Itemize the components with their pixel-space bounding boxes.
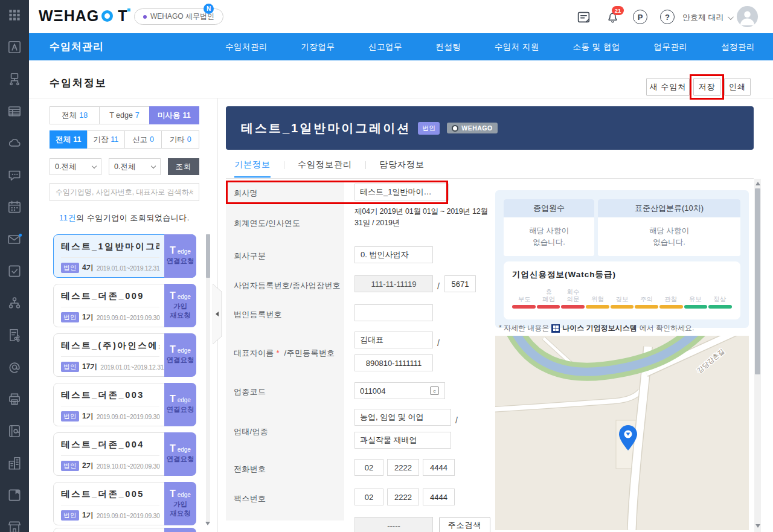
fax-area-input[interactable] — [354, 489, 383, 505]
search-submit-button[interactable]: 조회 — [168, 158, 199, 175]
user-menu[interactable]: 안효제 대리 — [682, 12, 732, 23]
nice-logo-icon — [551, 324, 560, 333]
notifications-bell-icon[interactable]: 21 — [606, 10, 620, 27]
bookmark-card-icon[interactable] — [7, 487, 22, 503]
tedge-status-block[interactable]: T edge연결요청 — [164, 234, 196, 278]
document-share-icon[interactable] — [7, 327, 22, 343]
tab-basic-info[interactable]: 기본정보 — [234, 158, 271, 178]
location-map[interactable]: 강당강촌길 — [495, 336, 749, 530]
tab-report-0[interactable]: 신고0 — [124, 130, 162, 149]
industry-type-input[interactable] — [354, 409, 451, 426]
new-client-button[interactable]: 새 수임처 — [646, 78, 690, 96]
corp-number-label: 법인등록번호 — [234, 309, 282, 320]
address-search-button[interactable]: 주소검색 — [439, 517, 490, 532]
fiscal-dates: 2019.01.01~2019.12.31 — [100, 364, 164, 371]
translate-icon[interactable] — [7, 39, 22, 55]
tedge-status-block[interactable]: T edge가입재요청 — [164, 284, 196, 327]
tedge-status-block[interactable]: T edge연결요청 — [164, 383, 196, 426]
help-icon[interactable]: ? — [660, 10, 675, 24]
fax-last-input[interactable] — [423, 489, 455, 505]
company-name-input[interactable] — [354, 184, 449, 200]
building-icon[interactable] — [7, 455, 22, 471]
cloud-icon[interactable] — [7, 135, 22, 151]
nav-item-consulting[interactable]: 컨설팅 — [435, 42, 461, 53]
tab-all-18[interactable]: 전체18 — [50, 106, 100, 124]
printer-icon[interactable] — [7, 391, 22, 407]
nav-item-settings[interactable]: 설정관리 — [721, 42, 755, 53]
result-count-text: 11건의 수임기업이 조회되었습니다. — [50, 213, 199, 223]
client-card-4[interactable]: 테스트_더존_003 법인1기2019.09.01~2019.09.30 T e… — [53, 383, 196, 426]
nav-item-collaboration[interactable]: 소통 및 협업 — [573, 42, 621, 53]
chat-icon[interactable] — [7, 167, 22, 183]
phone-last-input[interactable] — [423, 459, 455, 476]
new-badge: N — [204, 4, 214, 14]
memo-icon[interactable] — [576, 10, 591, 27]
address-book-icon[interactable] — [7, 423, 22, 439]
ceo-name-input[interactable] — [354, 332, 433, 348]
storefront-icon[interactable] — [7, 519, 22, 532]
signboard-icon[interactable] — [7, 71, 22, 87]
tab-engagement-info[interactable]: 수임정보관리 — [298, 158, 352, 176]
client-card-3[interactable]: 테스트_(주)아인스에스엔 법인17기2019.01.01~2019.12.31… — [53, 333, 196, 377]
at-sign-icon[interactable] — [7, 359, 22, 375]
filter-select-1[interactable]: 0.전체 — [50, 158, 101, 175]
nav-item-work-mgmt[interactable]: 업무관리 — [654, 42, 688, 53]
list-scrollbar-thumb[interactable] — [206, 234, 210, 278]
list-scroll-down-icon[interactable] — [205, 522, 210, 525]
client-card-5[interactable]: 테스트_더존_004 법인2기2019.10.01~2020.09.30 T e… — [53, 432, 196, 476]
nav-item-reporting[interactable]: 신고업무 — [368, 42, 402, 53]
credit-rating-card: 기업신용정보(Watch등급) 부도 휴폐업 회수의문 위험 경보 주의 관찰 … — [504, 261, 740, 319]
fiscal-dates: 2019.01.01~2019.12.31 — [97, 264, 160, 272]
ceo-ssn-input[interactable] — [354, 354, 433, 371]
task-check-icon[interactable] — [7, 263, 22, 279]
phone-mid-input[interactable] — [387, 459, 419, 476]
client-card-6[interactable]: 테스트_더존_005 법인1기2019.09.01~2019.09.30 T e… — [53, 482, 196, 525]
chevron-down-icon — [728, 14, 734, 20]
industry-label: 업태/업종 — [234, 426, 268, 437]
calendar-icon[interactable] — [7, 199, 22, 215]
slash-separator: / — [455, 415, 458, 425]
sub-workplace-input[interactable] — [444, 275, 476, 292]
nav-item-bookkeeping[interactable]: 기장업무 — [301, 42, 335, 53]
wehago-logo[interactable]: WΞHAG T — [39, 7, 127, 25]
fax-mid-input[interactable] — [387, 489, 419, 505]
tab-contact-info[interactable]: 담당자정보 — [379, 158, 425, 176]
p-circle-icon[interactable]: P — [633, 10, 647, 24]
corp-number-input[interactable] — [354, 304, 433, 321]
phone-area-input[interactable] — [354, 459, 383, 476]
print-button[interactable]: 인쇄 — [724, 78, 751, 96]
tab-tedge-7[interactable]: T edge7 — [99, 106, 149, 124]
list-scrollbar[interactable] — [206, 234, 210, 522]
tedge-status-block[interactable]: T edge연결요청 — [164, 432, 196, 476]
service-title: 수임처관리 — [50, 33, 104, 60]
nav-item-client-support[interactable]: 수임처 지원 — [495, 42, 539, 53]
save-button[interactable]: 저장 — [693, 78, 720, 96]
mail-icon[interactable] — [7, 231, 22, 247]
tab-etc-0[interactable]: 기타0 — [161, 130, 199, 149]
client-card-1[interactable]: 테스트_1일반마이그레이 법인4기2019.01.01~2019.12.31 T… — [53, 234, 196, 278]
apps-grid-icon[interactable] — [7, 7, 22, 23]
tedge-status-block[interactable]: T edge가입재요청 — [164, 482, 196, 525]
nav-item-client-mgmt[interactable]: 수임처관리 — [225, 42, 268, 53]
nice-system-link[interactable]: 나이스 기업정보시스템 — [562, 323, 637, 333]
org-hierarchy-icon[interactable] — [7, 295, 22, 311]
company-type-select[interactable]: 0. 법인사업자 — [354, 246, 433, 263]
tab-bookkeeping-11[interactable]: 기장11 — [87, 130, 125, 149]
user-name: 안효제 대리 — [682, 13, 724, 22]
panel-collapse-handle[interactable] — [213, 284, 222, 344]
industry-item-input[interactable] — [354, 432, 451, 449]
client-card-7-partial[interactable] — [53, 528, 196, 532]
avatar[interactable] — [737, 6, 758, 27]
tab-all-11[interactable]: 전체11 — [50, 130, 88, 149]
table-icon[interactable] — [7, 103, 22, 119]
main-scrollbar[interactable] — [754, 179, 761, 532]
client-card-2[interactable]: 테스트_더존_009 법인1기2019.09.01~2019.09.30 T e… — [53, 284, 196, 327]
client-search-input[interactable] — [50, 183, 199, 201]
filter-select-2[interactable]: 0.전체 — [109, 158, 161, 175]
employee-count-body: 해당 사항이없습니다. — [504, 217, 594, 256]
main-scrollbar-thumb[interactable] — [755, 188, 760, 374]
tab-unused-11[interactable]: 미사용11 — [149, 106, 199, 124]
filter-tabs-row1: 전체18 T edge7 미사용11 — [50, 106, 199, 124]
tedge-status-block[interactable]: T edge연결요청 — [164, 333, 196, 377]
code-lookup-icon[interactable]: c — [430, 386, 439, 395]
